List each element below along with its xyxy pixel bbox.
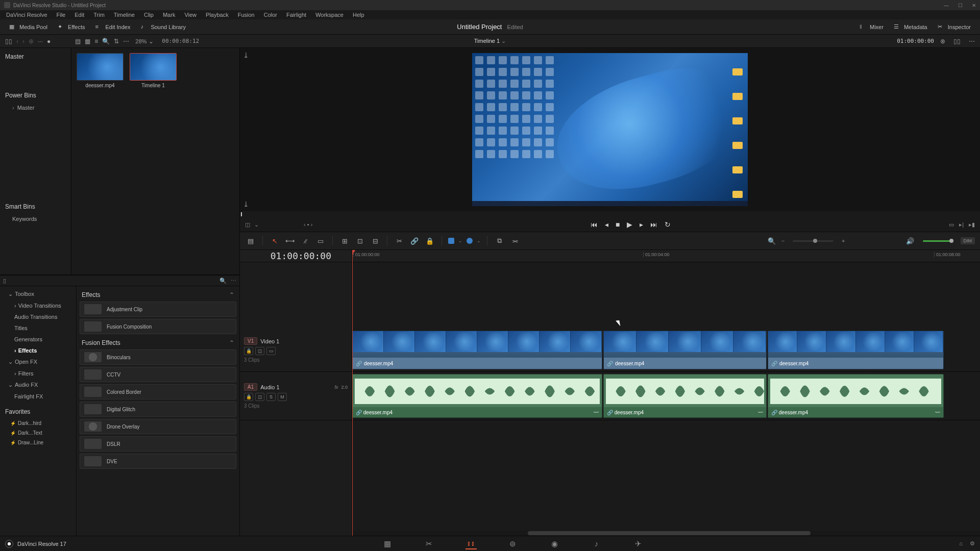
play-button[interactable]: ▶ bbox=[627, 220, 632, 229]
nav-fwd-button[interactable]: › bbox=[20, 37, 27, 46]
sort-button[interactable]: ⇅ bbox=[112, 37, 121, 46]
bin-master[interactable]: Master bbox=[0, 50, 71, 63]
match-frame-button[interactable]: ▭ bbox=[949, 221, 954, 228]
viewer[interactable]: ⤓ ⤓ bbox=[240, 48, 980, 211]
link-selection-button[interactable]: ⫘ bbox=[509, 235, 520, 246]
dual-viewer-button[interactable]: ▯▯ bbox=[951, 37, 963, 46]
breadcrumb[interactable]: ··· bbox=[36, 37, 45, 46]
selection-tool[interactable]: ↖ bbox=[269, 235, 280, 246]
panel-layout-button[interactable]: ▯▯ bbox=[3, 37, 14, 46]
track-mute-button[interactable]: M bbox=[278, 393, 287, 401]
color-page-button[interactable]: ◉ bbox=[549, 538, 560, 549]
bin-power-bins[interactable]: Power Bins bbox=[0, 89, 71, 102]
link-button[interactable]: 🔗 bbox=[409, 235, 420, 246]
tree-filters[interactable]: Filters bbox=[0, 368, 76, 379]
more-button[interactable]: ⋯ bbox=[121, 37, 131, 46]
flag-button[interactable] bbox=[448, 238, 454, 244]
media-page-button[interactable]: ▦ bbox=[382, 538, 393, 549]
audio-track[interactable]: 🔗 deesser.mp4〰 🔗 deesser.mp4〰 🔗 deesser.… bbox=[352, 372, 980, 420]
video-track[interactable]: 🔗deesser.mp4 🔗deesser.mp4 🔗deesser.mp4 bbox=[352, 329, 980, 372]
bin-smart-bins[interactable]: Smart Bins bbox=[0, 200, 71, 213]
zoom-search-icon[interactable]: 🔍 bbox=[766, 235, 777, 246]
bin-power-master[interactable]: Master bbox=[0, 102, 71, 113]
menu-playback[interactable]: Playback bbox=[202, 12, 233, 18]
bypass-button[interactable]: ⊗ bbox=[938, 37, 947, 46]
fx-item[interactable]: Binoculars bbox=[80, 349, 236, 365]
tree-video-transitions[interactable]: Video Transitions bbox=[0, 300, 76, 311]
view-list-icon[interactable]: ≡ bbox=[92, 37, 100, 46]
next-frame-button[interactable]: ▸ bbox=[640, 220, 643, 229]
track-auto-select-button[interactable]: ◫ bbox=[255, 347, 264, 355]
search-button[interactable]: 🔍 bbox=[100, 37, 112, 46]
fav-item[interactable]: Dark...hird bbox=[0, 418, 76, 428]
trim-tool[interactable]: ⟷ bbox=[284, 235, 296, 246]
track-lock-button[interactable]: 🔒 bbox=[244, 347, 253, 355]
fx-item[interactable]: DVE bbox=[80, 454, 236, 469]
tree-effects[interactable]: Effects bbox=[0, 345, 76, 356]
track-solo-button[interactable]: S bbox=[266, 393, 276, 401]
stop-button[interactable]: ■ bbox=[616, 220, 620, 229]
snap-button[interactable]: ⧉ bbox=[494, 235, 505, 246]
fairlight-page-button[interactable]: ♪ bbox=[591, 538, 602, 549]
in-out-button[interactable]: ◫ bbox=[245, 221, 250, 228]
zoom-dropdown[interactable]: ⌄ bbox=[146, 37, 156, 46]
video-track-id[interactable]: V1 bbox=[244, 337, 257, 345]
menu-edit[interactable]: Edit bbox=[70, 12, 88, 18]
deliver-page-button[interactable]: ✈ bbox=[633, 538, 644, 549]
mute-button[interactable]: 🔊 bbox=[904, 235, 916, 246]
fx-item[interactable]: DSLR bbox=[80, 436, 236, 452]
home-button[interactable]: ⌂ bbox=[959, 540, 963, 547]
fx-item[interactable]: Colored Border bbox=[80, 384, 236, 399]
jump-next-button[interactable]: ▸| bbox=[959, 221, 964, 228]
menu-view[interactable]: View bbox=[180, 12, 201, 18]
timeline-body[interactable]: 01:00:00:00 01:00:04:00 01:00:08:00 🔗dee… bbox=[352, 250, 980, 536]
loop-button[interactable]: ↻ bbox=[665, 220, 671, 229]
section-fusion-effects[interactable]: Fusion Effects bbox=[80, 336, 236, 349]
razor-button[interactable]: ✂ bbox=[394, 235, 405, 246]
first-frame-button[interactable]: ⏮ bbox=[591, 220, 598, 229]
timeline-ruler[interactable]: 01:00:00:00 01:00:04:00 01:00:08:00 bbox=[352, 250, 980, 262]
lock-button[interactable]: 🔒 bbox=[424, 235, 435, 246]
dim-button[interactable]: DIM bbox=[961, 237, 975, 244]
menu-mark[interactable]: Mark bbox=[159, 12, 179, 18]
tree-audiofx[interactable]: Audio FX bbox=[0, 379, 76, 391]
sound-library-button[interactable]: ♪Sound Library bbox=[135, 21, 191, 33]
transport-dropdown[interactable]: ⌄ bbox=[254, 221, 259, 228]
audio-clip[interactable]: 🔗 deesser.mp4〰 bbox=[768, 374, 944, 418]
menu-trim[interactable]: Trim bbox=[89, 12, 109, 18]
mixer-button[interactable]: ⫴Mixer bbox=[854, 21, 889, 33]
fx-item[interactable]: Adjustment Clip bbox=[80, 302, 236, 317]
effects-button[interactable]: ✦Effects bbox=[53, 21, 90, 33]
replace-button[interactable]: ⊟ bbox=[370, 235, 381, 246]
close-button[interactable]: ✕ bbox=[972, 3, 976, 8]
timeline-view-options[interactable]: ▤ bbox=[245, 235, 256, 246]
section-effects[interactable]: Effects bbox=[80, 288, 236, 302]
insert-button[interactable]: ⊞ bbox=[339, 235, 350, 246]
viewer-zoom[interactable]: 28% bbox=[135, 38, 146, 44]
audio-clip[interactable]: 🔗 deesser.mp4〰 bbox=[603, 374, 767, 418]
view-metadata-icon[interactable]: ▤ bbox=[73, 37, 83, 46]
menu-color[interactable]: Color bbox=[260, 12, 281, 18]
clip-thumb[interactable]: Timeline 1 bbox=[130, 53, 177, 88]
audio-clip[interactable]: 🔗 deesser.mp4〰 bbox=[352, 374, 602, 418]
viewer-match-frame-icon[interactable]: ⤓ bbox=[243, 51, 249, 59]
viewer-scrubber[interactable] bbox=[240, 211, 980, 217]
import-button[interactable]: ⊕ bbox=[27, 37, 36, 46]
edit-page-button[interactable]: ⫾⫾ bbox=[465, 538, 477, 549]
inspector-button[interactable]: ✂Inspector bbox=[933, 21, 976, 33]
menu-fairlight[interactable]: Fairlight bbox=[282, 12, 310, 18]
video-clip[interactable]: 🔗deesser.mp4 bbox=[352, 331, 602, 369]
timeline-zoom-slider[interactable] bbox=[793, 240, 834, 242]
fav-item[interactable]: Draw...Line bbox=[0, 438, 76, 447]
tree-generators[interactable]: Generators bbox=[0, 334, 76, 345]
menu-timeline[interactable]: Timeline bbox=[110, 12, 139, 18]
metadata-button[interactable]: ☰Metadata bbox=[889, 21, 933, 33]
track-disable-button[interactable]: ▭ bbox=[266, 347, 276, 355]
media-pool-button[interactable]: ▦Media Pool bbox=[4, 21, 53, 33]
prev-frame-button[interactable]: ◂ bbox=[605, 220, 608, 229]
bin-keywords[interactable]: Keywords bbox=[0, 213, 71, 224]
edit-index-button[interactable]: ≡Edit Index bbox=[90, 21, 135, 33]
clip-thumb[interactable]: deesser.mp4 bbox=[77, 53, 124, 88]
cut-page-button[interactable]: ✂ bbox=[424, 538, 435, 549]
playhead[interactable] bbox=[352, 250, 353, 536]
